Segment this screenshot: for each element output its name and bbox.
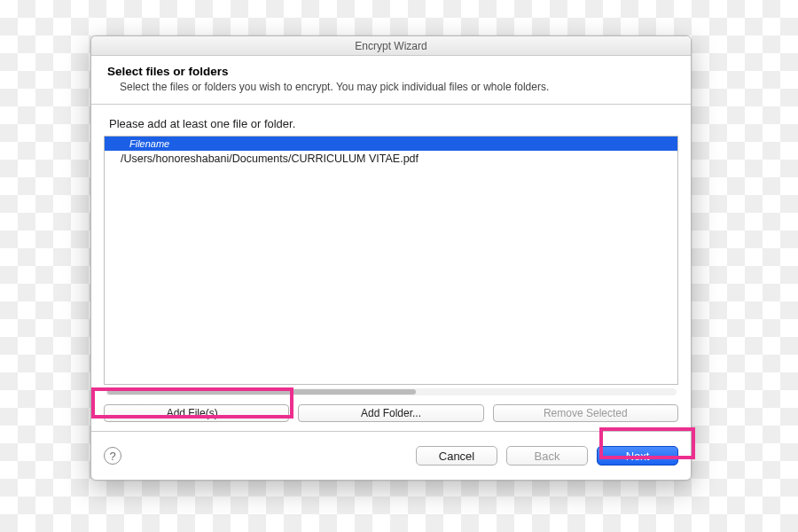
horizontal-scrollbar[interactable] bbox=[106, 388, 677, 395]
window-title: Encrypt Wizard bbox=[355, 40, 426, 52]
wizard-body: Please add at least one file or folder. … bbox=[91, 105, 691, 432]
wizard-header: Select files or folders Select the files… bbox=[91, 56, 691, 105]
wizard-footer: ? Cancel Back Next bbox=[91, 432, 691, 480]
scrollbar-thumb[interactable] bbox=[107, 389, 416, 395]
file-list-rows: /Users/honoreshabani/Documents/CURRICULU… bbox=[105, 151, 677, 384]
encrypt-wizard-window: Encrypt Wizard Select files or folders S… bbox=[90, 35, 692, 481]
back-button: Back bbox=[506, 446, 588, 466]
page-subtitle: Select the files or folders you wish to … bbox=[120, 81, 675, 93]
list-item[interactable]: /Users/honoreshabani/Documents/CURRICULU… bbox=[105, 151, 677, 167]
add-folder-button[interactable]: Add Folder... bbox=[298, 404, 483, 422]
column-header-filename[interactable]: Filename bbox=[105, 137, 677, 151]
titlebar[interactable]: Encrypt Wizard bbox=[91, 36, 691, 56]
help-label: ? bbox=[109, 450, 115, 463]
add-files-button[interactable]: Add File(s)... bbox=[104, 404, 289, 422]
cancel-button[interactable]: Cancel bbox=[416, 446, 497, 466]
help-icon[interactable]: ? bbox=[104, 447, 121, 465]
file-list[interactable]: Filename /Users/honoreshabani/Documents/… bbox=[104, 136, 678, 385]
next-button[interactable]: Next bbox=[597, 446, 678, 466]
page-title: Select files or folders bbox=[107, 65, 675, 78]
file-action-row: Add File(s)... Add Folder... Remove Sele… bbox=[104, 404, 678, 422]
remove-selected-button: Remove Selected bbox=[493, 404, 678, 422]
instruction-text: Please add at least one file or folder. bbox=[109, 117, 673, 130]
